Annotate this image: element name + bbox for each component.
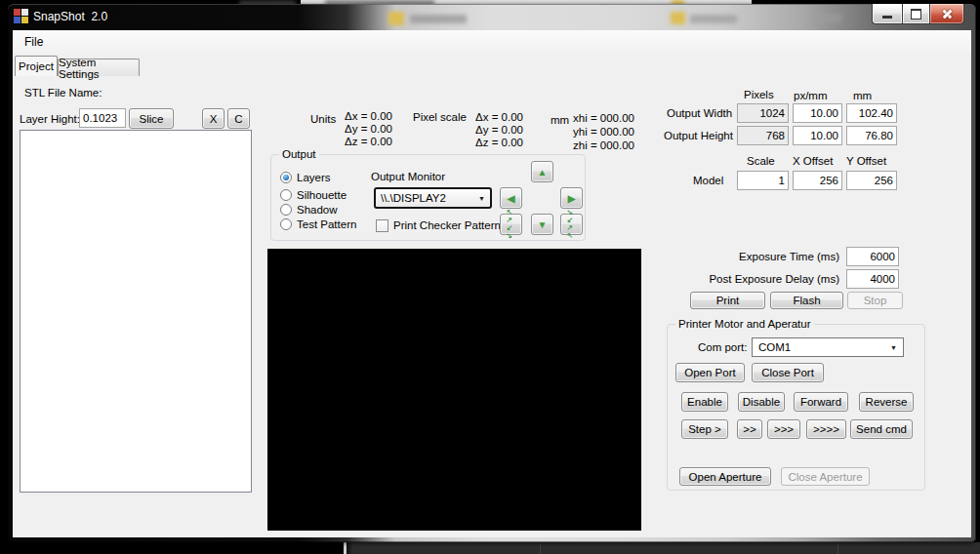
glass-folder-icon (671, 12, 685, 24)
header-mm: mm (853, 90, 872, 102)
radio-layers-label[interactable]: Layers (297, 172, 331, 184)
step-button[interactable]: Step > (681, 419, 728, 439)
arrow-down-icon: ▼ (538, 219, 548, 230)
print-checker-checkbox[interactable] (376, 219, 388, 232)
close-button[interactable] (930, 4, 964, 24)
enable-button[interactable]: Enable (681, 392, 728, 412)
radio-shadow-label[interactable]: Shadow (297, 204, 338, 217)
model-x-offset-input[interactable]: 256 (793, 171, 842, 190)
model-scale-input[interactable]: 1 (737, 171, 789, 190)
contract-arrows-icon: ↘↙↗↖ (564, 209, 580, 240)
print-button[interactable]: Print (690, 292, 765, 309)
com-port-label: Com port: (698, 341, 748, 354)
radio-test-pattern-label[interactable]: Test Pattern (297, 218, 356, 231)
step3-button[interactable]: >>> (767, 419, 800, 439)
glass-text-blob (818, 14, 841, 22)
output-monitor-combobox[interactable]: \\.\DISPLAY2 ▼ (374, 187, 492, 209)
caption-buttons (872, 4, 964, 24)
tab-system-settings[interactable]: System Settings (58, 59, 140, 76)
background-divider (540, 544, 541, 554)
move-left-button[interactable]: ◀ (500, 187, 522, 209)
units-dx: Δx = 0.00 (345, 110, 392, 123)
header-pixels: Pixels (744, 89, 774, 101)
stop-button: Stop (847, 292, 903, 309)
step4-button[interactable]: >>>> (806, 419, 846, 439)
move-right-button[interactable]: ▶ (560, 187, 583, 209)
window-title: SnapShot 2.0 (33, 10, 107, 23)
menu-item-file[interactable]: File (24, 36, 43, 49)
minimize-icon (882, 16, 892, 19)
c-button[interactable]: C (227, 108, 250, 129)
mm-zhi: zhi = 000.00 (573, 139, 632, 152)
post-exposure-delay-input[interactable]: 4000 (846, 269, 899, 289)
x-button[interactable]: X (202, 108, 225, 129)
background-bottom-highlight (344, 542, 347, 554)
reverse-button[interactable]: Reverse (859, 392, 914, 412)
com-port-combobox[interactable]: COM1 ▼ (752, 337, 904, 357)
model-label: Model (693, 175, 723, 187)
tab-label: Project (19, 60, 54, 72)
print-preview-canvas (267, 249, 641, 531)
glass-text-blob (690, 15, 737, 23)
flash-button[interactable]: Flash (770, 292, 843, 309)
output-height-px-per-mm[interactable]: 10.00 (793, 126, 842, 145)
radio-shadow[interactable] (280, 204, 292, 216)
open-port-button[interactable]: Open Port (675, 363, 745, 382)
move-up-button[interactable]: ▲ (531, 161, 553, 182)
radio-silhouette-label[interactable]: Silhouette (297, 189, 347, 202)
glass-folder-icon (388, 12, 404, 25)
slice-button[interactable]: Slice (129, 108, 174, 129)
minimize-button[interactable] (872, 4, 902, 24)
background-bottom-strip (0, 542, 980, 554)
glass-text-blob (410, 15, 467, 23)
app-icon (14, 9, 28, 23)
chevron-down-icon: ▼ (890, 344, 897, 351)
move-down-button[interactable]: ▼ (531, 214, 553, 235)
mm-xhi: xhi = 000.00 (573, 112, 632, 125)
close-port-button[interactable]: Close Port (752, 363, 824, 382)
output-monitor-value: \\.\DISPLAY2 (381, 192, 446, 204)
send-cmd-button[interactable]: Send cmd (850, 419, 913, 439)
close-aperture-button: Close Aperture (781, 467, 870, 486)
contract-button[interactable]: ↘↙↗↖ (560, 214, 583, 235)
layer-height-label: Layer Hight: (20, 113, 80, 126)
post-exposure-delay-label: Post Exposure Delay (ms) (674, 273, 839, 286)
output-group-title: Output (279, 148, 319, 161)
step2-button[interactable]: >> (737, 419, 762, 439)
forward-button[interactable]: Forward (794, 392, 848, 412)
model-y-offset-input[interactable]: 256 (846, 171, 897, 190)
pixel-scale-dz: Δz = 0.00 (475, 137, 523, 149)
stl-file-name-label: STL File Name: (24, 87, 102, 99)
close-icon (942, 9, 953, 20)
tab-project[interactable]: Project (15, 56, 58, 76)
layer-listbox[interactable] (20, 130, 252, 493)
pixel-scale-dy: Δy = 0.00 (475, 124, 523, 137)
output-height-label: Output Height (664, 130, 733, 142)
open-aperture-button[interactable]: Open Aperture (679, 467, 771, 486)
screen: SnapShot 2.0 File Project System Setting… (0, 0, 980, 554)
output-monitor-label: Output Monitor (371, 171, 445, 183)
expand-button[interactable]: ↖↗↙↘ (500, 214, 522, 235)
output-height-mm[interactable]: 76.80 (846, 126, 897, 145)
arrow-left-icon: ◀ (508, 193, 515, 204)
output-width-pixels: 1024 (737, 103, 789, 123)
maximize-button[interactable] (902, 4, 930, 24)
menu-bar (13, 30, 971, 54)
radio-layers[interactable] (280, 172, 292, 183)
maximize-icon (911, 9, 921, 20)
output-width-mm[interactable]: 102.40 (846, 103, 897, 123)
disable-button[interactable]: Disable (738, 392, 785, 412)
radio-test-pattern[interactable] (280, 218, 292, 230)
tab-label: System Settings (59, 57, 139, 80)
background-divider (837, 544, 838, 554)
title-bar[interactable] (8, 4, 976, 30)
com-port-value: COM1 (758, 341, 791, 353)
output-width-px-per-mm[interactable]: 10.00 (793, 103, 842, 123)
layer-height-input[interactable]: 0.1023 (79, 108, 126, 128)
exposure-time-input[interactable]: 6000 (846, 247, 899, 266)
mm-label: mm (551, 114, 569, 127)
chevron-down-icon: ▼ (478, 195, 485, 202)
print-checker-label[interactable]: Print Checker Pattern (393, 219, 501, 232)
output-height-pixels: 768 (737, 126, 789, 145)
radio-silhouette[interactable] (280, 189, 292, 201)
